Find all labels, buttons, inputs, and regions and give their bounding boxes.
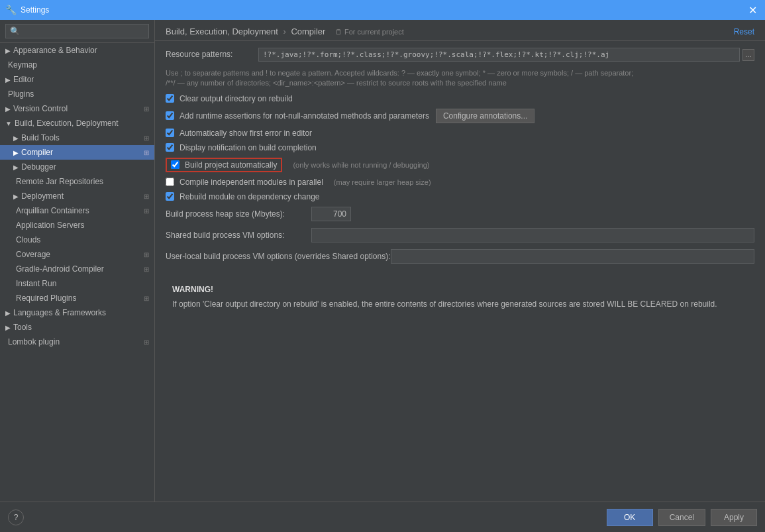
sidebar-item-appservers[interactable]: Application Servers [0, 218, 154, 233]
help-button[interactable]: ? [8, 509, 24, 525]
arrow-icon: ▼ [5, 120, 12, 127]
sidebar-item-label: Tools [13, 323, 32, 332]
build-automatically-row: Build project automatically (only works … [166, 158, 754, 172]
compile-parallel-label: Compile independent modules in parallel [179, 178, 323, 187]
warning-title: WARNING! [172, 284, 748, 295]
warning-section: WARNING! If option 'Clear output directo… [166, 277, 754, 317]
heap-size-row: Build process heap size (Mbytes): [166, 207, 754, 221]
heap-size-label: Build process heap size (Mbytes): [166, 209, 311, 219]
sidebar-item-label: Editor [13, 75, 34, 84]
sidebar-item-instantrun[interactable]: Instant Run [0, 276, 154, 291]
sidebar-item-label: Debugger [21, 162, 56, 172]
display-notification-row: Display notification on build completion [166, 143, 754, 152]
display-notification-label: Display notification on build completion [179, 143, 317, 152]
cancel-button[interactable]: Cancel [658, 509, 705, 526]
arrow-icon: ▶ [5, 76, 11, 83]
sidebar-item-label: Deployment [21, 191, 64, 201]
rebuild-on-dependency-label: Rebuild module on dependency change [179, 192, 320, 201]
sidebar-item-label: Arquillian Containers [16, 206, 89, 215]
breadcrumb: Build, Execution, Deployment › Compiler … [166, 27, 404, 36]
warning-text: If option 'Clear output directory on reb… [172, 298, 748, 310]
sync-icon: ⊞ [144, 193, 149, 200]
arrow-icon: ▶ [13, 149, 19, 156]
search-input[interactable] [5, 24, 149, 38]
sidebar-item-languages[interactable]: ▶ Languages & Frameworks [0, 305, 154, 320]
userlocal-vm-input[interactable] [391, 249, 755, 264]
sync-icon: ⊞ [144, 266, 149, 273]
sidebar-item-versioncontrol[interactable]: ▶ Version Control ⊞ [0, 101, 154, 116]
runtime-assertions-checkbox[interactable] [166, 111, 174, 120]
resource-patterns-input[interactable] [258, 48, 740, 62]
close-button[interactable]: ✕ [746, 4, 760, 17]
sidebar-item-buildtools[interactable]: ▶ Build Tools ⊞ [0, 131, 154, 145]
sync-icon: ⊞ [144, 251, 149, 258]
sidebar-item-gradle-android[interactable]: Gradle-Android Compiler ⊞ [0, 262, 154, 276]
clear-output-row: Clear output directory on rebuild [166, 94, 754, 103]
clear-output-checkbox[interactable] [166, 94, 174, 103]
rebuild-on-dependency-row: Rebuild module on dependency change [166, 192, 754, 201]
sidebar-item-label: Instant Run [16, 279, 56, 288]
sidebar-item-compiler[interactable]: ▶ Compiler ⊞ [0, 145, 154, 160]
compile-parallel-row: Compile independent modules in parallel … [166, 178, 754, 187]
build-automatically-checkbox[interactable] [171, 160, 179, 169]
rebuild-on-dependency-checkbox[interactable] [166, 192, 174, 201]
sidebar-item-remotejar[interactable]: Remote Jar Repositories [0, 174, 154, 189]
sidebar-item-arquillian[interactable]: Arquillian Containers ⊞ [0, 203, 154, 218]
sidebar-item-build[interactable]: ▼ Build, Execution, Deployment [0, 116, 154, 131]
auto-show-error-label: Automatically show first error in editor [179, 129, 312, 138]
sidebar-item-plugins[interactable]: Plugins [0, 87, 154, 101]
content-header: Build, Execution, Deployment › Compiler … [155, 20, 765, 41]
sidebar-item-tools[interactable]: ▶ Tools [0, 320, 154, 335]
content-body: Resource patterns: … Use ; to separate p… [155, 41, 765, 502]
sidebar-item-label: Gradle-Android Compiler [16, 264, 104, 274]
clear-output-label: Clear output directory on rebuild [179, 94, 293, 103]
sidebar-item-appearance[interactable]: ▶ Appearance & Behavior [0, 43, 154, 58]
sidebar-item-requiredplugins[interactable]: Required Plugins ⊞ [0, 291, 154, 305]
arrow-icon: ▶ [5, 105, 11, 113]
arrow-icon: ▶ [5, 47, 11, 54]
compile-parallel-checkbox[interactable] [166, 178, 174, 186]
sidebar-item-label: Plugins [8, 89, 34, 99]
breadcrumb-part1: Build, Execution, Deployment [166, 27, 278, 36]
window-title: Settings [21, 5, 746, 15]
resource-expand-button[interactable]: … [742, 49, 754, 61]
shared-vm-input[interactable] [311, 228, 754, 242]
sidebar-item-coverage[interactable]: Coverage ⊞ [0, 247, 154, 262]
content-area: Build, Execution, Deployment › Compiler … [155, 20, 765, 502]
sidebar-item-lombok[interactable]: Lombok plugin ⊞ [0, 335, 154, 349]
for-current-project: 🗒 For current project [335, 28, 404, 36]
sidebar-item-label: Appearance & Behavior [13, 46, 97, 55]
sync-icon: ⊞ [144, 149, 149, 156]
sidebar-item-debugger[interactable]: ▶ Debugger [0, 160, 154, 174]
sidebar-item-label: Build, Execution, Deployment [15, 119, 119, 128]
apply-button[interactable]: Apply [711, 509, 757, 526]
app-icon: 🔧 [5, 5, 17, 15]
sidebar-item-label: Clouds [16, 235, 40, 244]
compile-parallel-note: (may require larger heap size) [334, 178, 431, 186]
sidebar-item-editor[interactable]: ▶ Editor [0, 72, 154, 87]
sync-icon: ⊞ [144, 295, 149, 302]
sync-icon: ⊞ [144, 134, 149, 142]
shared-vm-row: Shared build process VM options: [166, 228, 754, 242]
configure-annotations-button[interactable]: Configure annotations... [436, 109, 535, 123]
auto-show-error-row: Automatically show first error in editor [166, 129, 754, 138]
search-box [0, 20, 154, 43]
sidebar-item-clouds[interactable]: Clouds [0, 233, 154, 247]
reset-button[interactable]: Reset [734, 27, 754, 36]
userlocal-vm-label: User-local build process VM options (ove… [166, 252, 391, 261]
heap-size-input[interactable] [311, 207, 351, 221]
display-notification-checkbox[interactable] [166, 143, 174, 152]
resource-help-text: Use ; to separate patterns and ! to nega… [166, 68, 754, 89]
ok-button[interactable]: OK [607, 509, 653, 526]
sidebar-item-keymap[interactable]: Keymap [0, 58, 154, 72]
sidebar-item-label: Compiler [21, 148, 53, 157]
main-container: ▶ Appearance & Behavior Keymap ▶ Editor … [0, 20, 765, 502]
resource-patterns-label: Resource patterns: [166, 48, 258, 59]
sync-icon: ⊞ [144, 207, 149, 215]
auto-show-error-checkbox[interactable] [166, 129, 174, 137]
sidebar-item-label: Required Plugins [16, 293, 76, 303]
arrow-icon: ▶ [13, 193, 19, 200]
runtime-assertions-row: Add runtime assertions for not-null-anno… [166, 109, 754, 123]
runtime-assertions-label: Add runtime assertions for not-null-anno… [179, 111, 429, 121]
sidebar-item-deployment[interactable]: ▶ Deployment ⊞ [0, 189, 154, 203]
